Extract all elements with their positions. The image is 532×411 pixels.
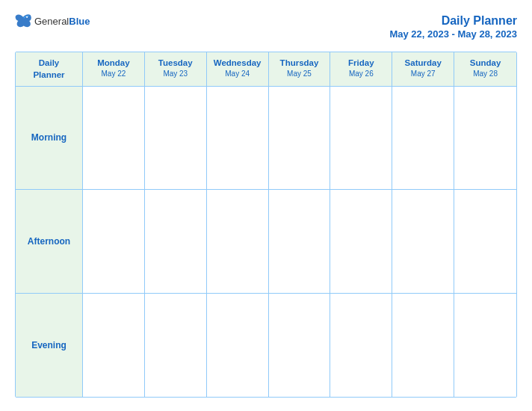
morning-tuesday[interactable] [145,87,207,190]
header: GeneralBlue Daily Planner May 22, 2023 -… [15,13,517,41]
afternoon-monday[interactable] [83,190,145,293]
afternoon-row: Afternoon [16,190,516,294]
afternoon-thursday[interactable] [269,190,331,293]
morning-wednesday[interactable] [207,87,269,190]
morning-monday[interactable] [83,87,145,190]
afternoon-tuesday[interactable] [145,190,207,293]
morning-row: Morning [16,87,516,191]
logo-text: GeneralBlue [34,14,90,28]
logo-general: General [34,16,69,27]
morning-saturday[interactable] [392,87,454,190]
evening-thursday[interactable] [269,294,331,397]
header-tuesday: Tuesday May 23 [145,52,207,85]
afternoon-friday[interactable] [330,190,392,293]
title-area: Daily Planner May 22, 2023 - May 28, 202… [389,13,517,41]
afternoon-saturday[interactable] [392,190,454,293]
evening-row: Evening [16,294,516,397]
header-monday: Monday May 22 [83,52,145,85]
header-daily-planner: DailyPlanner [16,52,83,85]
afternoon-label: Afternoon [16,190,83,293]
afternoon-wednesday[interactable] [207,190,269,293]
logo-area: GeneralBlue [15,13,90,28]
calendar-header-row: DailyPlanner Monday May 22 Tuesday May 2… [16,52,516,86]
header-thursday: Thursday May 25 [269,52,331,85]
svg-point-0 [26,16,28,18]
evening-label: Evening [16,294,83,397]
evening-wednesday[interactable] [207,294,269,397]
evening-sunday[interactable] [454,294,516,397]
morning-sunday[interactable] [454,87,516,190]
morning-thursday[interactable] [269,87,331,190]
header-sunday: Sunday May 28 [454,52,516,85]
evening-saturday[interactable] [392,294,454,397]
evening-friday[interactable] [330,294,392,397]
calendar-body: Morning Afternoon [16,87,516,397]
planner-title: Daily Planner [389,13,517,28]
header-wednesday: Wednesday May 24 [207,52,269,85]
afternoon-sunday[interactable] [454,190,516,293]
evening-monday[interactable] [83,294,145,397]
morning-label: Morning [16,87,83,190]
logo-blue: Blue [69,16,90,27]
date-range: May 22, 2023 - May 28, 2023 [389,28,517,41]
calendar: DailyPlanner Monday May 22 Tuesday May 2… [15,52,517,398]
page: GeneralBlue Daily Planner May 22, 2023 -… [0,0,532,411]
header-saturday: Saturday May 27 [392,52,454,85]
logo-bird-icon [15,13,31,28]
header-friday: Friday May 26 [330,52,392,85]
evening-tuesday[interactable] [145,294,207,397]
morning-friday[interactable] [330,87,392,190]
